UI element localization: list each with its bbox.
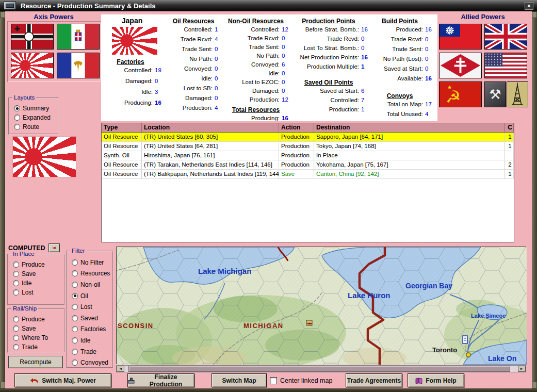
ussr-flag[interactable]: ☭ ★: [439, 81, 482, 107]
germany-flag[interactable]: [11, 24, 54, 50]
recompute-button[interactable]: Recompute: [8, 356, 63, 368]
cell-convoy: [505, 151, 514, 160]
map-label-wisconsin: SCONSIN: [118, 322, 154, 330]
stat-label: Trade Rcvd:: [170, 36, 213, 42]
rail-ship-option-where-to[interactable]: Where To: [13, 333, 61, 342]
uk-flag[interactable]: [484, 24, 527, 50]
japan-navy-flag[interactable]: [11, 53, 54, 78]
table-row[interactable]: Oil Resource (TR) Balikpapan, Netherland…: [102, 170, 514, 179]
rail-ship-option-produce[interactable]: Produce: [13, 315, 61, 324]
radio-label: Save: [22, 325, 36, 332]
table-row[interactable]: Oil Resource (TR) Tarakan, Netherlands E…: [102, 160, 514, 170]
column-header-action: Action: [279, 123, 314, 132]
toronto-city-dot[interactable]: [466, 353, 470, 357]
in-place-option-idle[interactable]: Idle: [13, 279, 61, 288]
cell-location: (TR) United States [64, 281]: [142, 142, 279, 151]
stat-label: No Path:: [170, 56, 213, 62]
stat-value: 1: [213, 26, 225, 32]
scroll-left-button[interactable]: ◄: [117, 366, 124, 372]
trade-agreements-button[interactable]: Trade Agreements: [346, 373, 402, 387]
filter-option-no-filter[interactable]: No Filter: [72, 257, 109, 268]
stat-value: 12: [280, 26, 292, 32]
finalize-production-button[interactable]: Finalize Production: [127, 373, 194, 387]
layout-option-expanded[interactable]: Expanded: [14, 113, 55, 122]
cell-convoy: 1: [505, 142, 514, 151]
radio-label: Lost: [22, 289, 34, 296]
stat-label: Damaged:: [170, 95, 213, 101]
frame-corner-icon: [532, 11, 537, 18]
radio-label: Non-oil: [80, 281, 100, 288]
filter-option-resources[interactable]: Resources: [72, 268, 109, 280]
stat-value: 0: [213, 95, 225, 101]
radio-icon: [72, 349, 78, 355]
close-button[interactable]: ×: [525, 2, 533, 10]
scrollbar-thumb[interactable]: [128, 366, 510, 372]
app-icon[interactable]: [4, 2, 16, 10]
layout-option-summary[interactable]: Summary: [14, 104, 55, 113]
table-row[interactable]: Synth. Oil Hiroshima, Japan [76, 161] Pr…: [102, 151, 514, 160]
in-place-option-produce[interactable]: Produce: [13, 260, 61, 269]
japan-rising-sun-flag: [112, 27, 157, 55]
stat-label: Idle:: [228, 70, 280, 76]
italy-flag[interactable]: [57, 24, 100, 50]
vichy-france-flag[interactable]: [57, 53, 100, 78]
in-place-groupbox: In Place Produce Save Idle Lost: [7, 254, 65, 305]
switch-major-power-button[interactable]: Switch Maj. Power: [14, 373, 111, 387]
stat-value: 0: [280, 35, 292, 41]
map-view[interactable]: Lake Michigan Lake Huron Georgian Bay La…: [116, 247, 526, 364]
form-help-button[interactable]: Form Help: [408, 373, 464, 387]
in-place-option-lost[interactable]: Lost: [13, 288, 61, 297]
filter-option-non-oil[interactable]: Non-oil: [72, 279, 109, 290]
radio-label: Produce: [22, 316, 45, 323]
stat-label: Lost to EZOC:: [228, 79, 280, 85]
layout-option-route[interactable]: Route: [14, 122, 55, 132]
rail-ship-option-trade[interactable]: Trade: [13, 342, 61, 352]
filter-option-trade[interactable]: Trade: [72, 346, 109, 357]
stat-label: Trade Sent:: [228, 44, 280, 50]
stat-label: Produced:: [372, 26, 423, 32]
oil-derrick-tile[interactable]: [507, 81, 528, 107]
button-label: Finalize Production: [138, 373, 194, 388]
cell-action: Production: [279, 133, 314, 141]
radio-label: Where To: [22, 334, 48, 341]
window-title: Resource - Production Summary & Details: [21, 2, 520, 10]
radio-icon: [72, 337, 78, 344]
filter-option-factories[interactable]: Factories: [72, 324, 109, 335]
radio-label: Oil: [80, 292, 88, 300]
table-row[interactable]: Oil Resource (TR) United States [64, 281…: [102, 142, 514, 151]
in-place-option-save[interactable]: Save: [13, 269, 61, 279]
map-label-lake-ontario: Lake On: [488, 354, 516, 363]
resource-pick-tile[interactable]: ⚒: [484, 81, 506, 107]
stat-value: 6: [280, 61, 292, 68]
map-label-toronto: Toronto: [432, 346, 457, 354]
stat-label: Net Production Points:: [294, 54, 359, 60]
table-row-selected[interactable]: Oil Resource (TR) United States [60, 305…: [102, 133, 514, 142]
cell-location: (TR) Balikpapan, Netherlands East Indies…: [142, 170, 279, 178]
center-linked-map-checkbox[interactable]: [270, 377, 277, 384]
filter-option-convoyed[interactable]: Convoyed: [72, 357, 109, 368]
map-horizontal-scrollbar[interactable]: ◄ ►: [116, 365, 526, 372]
radio-icon: [13, 335, 19, 341]
stat-value: 1: [359, 63, 371, 70]
filter-option-oil[interactable]: Oil: [72, 290, 109, 302]
switch-map-button[interactable]: Switch Map: [211, 373, 267, 387]
computed-arrow-button[interactable]: ◄: [48, 243, 60, 252]
rail-ship-option-save[interactable]: Save: [13, 324, 61, 333]
radio-icon: [72, 360, 78, 366]
usa-flag[interactable]: [484, 53, 527, 78]
china-flag[interactable]: [439, 24, 482, 50]
filter-option-lost[interactable]: Lost: [72, 301, 109, 313]
scroll-right-button[interactable]: ►: [518, 366, 526, 372]
allied-powers-title: Allied Powers: [437, 13, 528, 21]
toronto-port-icon: [463, 336, 467, 344]
stat-label: Idle:: [104, 89, 153, 95]
cell-type: Oil Resource: [102, 133, 142, 141]
stat-value: 16: [359, 26, 371, 32]
total-resources-header: Total Resources: [228, 106, 292, 113]
filter-option-idle[interactable]: Idle: [72, 335, 109, 346]
stat-value: 0: [359, 45, 371, 51]
filter-option-saved[interactable]: Saved: [72, 313, 109, 324]
scrollbar-track[interactable]: [124, 366, 518, 372]
free-france-flag[interactable]: [439, 53, 482, 78]
column-header-convoy: C: [505, 123, 514, 132]
